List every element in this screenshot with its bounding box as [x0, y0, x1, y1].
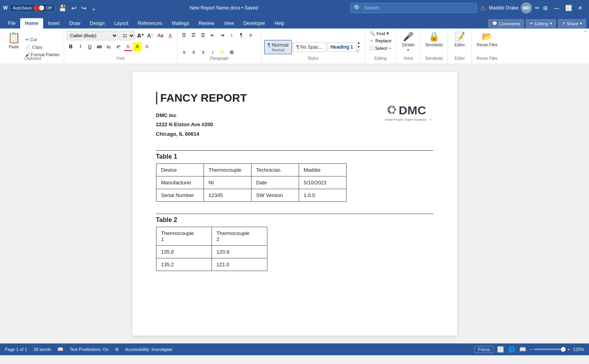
table-cell[interactable]: Serial Number — [156, 189, 204, 202]
strikethrough-button[interactable]: ab — [95, 42, 104, 51]
tab-view[interactable]: View — [219, 18, 239, 28]
table-cell[interactable]: Thermocouple2 — [212, 227, 267, 246]
web-view-button[interactable]: 🌐 — [508, 345, 516, 353]
table-row[interactable]: 135.2 121.0 — [156, 258, 267, 271]
autosave-toggle[interactable]: AutoSave Off — [10, 4, 54, 12]
table-row[interactable]: Thermocouple1 Thermocouple2 — [156, 227, 267, 246]
window-icon[interactable]: ⊞ — [543, 5, 548, 11]
superscript-button[interactable]: x² — [114, 42, 123, 51]
tab-layout[interactable]: Layout — [109, 18, 133, 28]
table-row[interactable]: Device Thermocouple Technician Maddie — [156, 164, 346, 176]
user-avatar[interactable]: MD — [521, 2, 532, 13]
font-grow-button[interactable]: A⁺ — [136, 31, 145, 40]
highlight-button[interactable]: A — [133, 42, 142, 51]
autosave-switch[interactable] — [33, 5, 44, 11]
tab-mailings[interactable]: Mailings — [167, 18, 194, 28]
save-icon[interactable]: 💾 — [57, 4, 68, 13]
font-size-select[interactable]: 22 — [119, 31, 135, 40]
table-cell[interactable]: 135.2 — [156, 258, 212, 271]
tab-developer[interactable]: Developer — [239, 18, 270, 28]
table-cell[interactable]: 135.8 — [156, 246, 212, 258]
numbering-button[interactable]: ☰ — [189, 31, 198, 40]
font-shrink-button[interactable]: A⁻ — [146, 31, 155, 40]
clear-format-button[interactable]: A — [166, 31, 175, 40]
tab-help[interactable]: Help — [270, 18, 289, 28]
maximize-button[interactable]: ⬜ — [563, 2, 574, 13]
zoom-out-icon[interactable]: − — [530, 347, 532, 352]
tab-file[interactable]: File — [3, 18, 20, 28]
dictate-button[interactable]: 🎤 Dictate ▾ — [400, 30, 417, 53]
tab-references[interactable]: References — [133, 18, 167, 28]
text-highlight-button[interactable]: A — [143, 42, 151, 51]
copy-button[interactable]: 📄 Copy — [24, 44, 61, 51]
share-button[interactable]: ↗ Share ▾ — [558, 19, 586, 28]
table2[interactable]: Thermocouple1 Thermocouple2 135.8 120.8 … — [156, 227, 267, 271]
table-row[interactable]: Serial Number 12345 SW Version 1.0.0 — [156, 189, 346, 202]
style-normal[interactable]: ¶ Normal Normal — [264, 40, 292, 54]
cut-button[interactable]: ✂ Cut — [24, 36, 61, 43]
text-predictions[interactable]: Text Predictions: On — [70, 347, 109, 352]
replace-button[interactable]: ↔ Replace — [367, 38, 394, 44]
sensitivity-button[interactable]: 🔒 Sensitivity — [423, 30, 445, 49]
style-no-spacing[interactable]: ¶ No Spac... — [293, 42, 326, 52]
table-cell[interactable]: 5/10/2023 — [299, 176, 346, 189]
bullets-button[interactable]: ☰ — [180, 31, 189, 40]
reuse-files-button[interactable]: 📂 Reuse Files — [474, 30, 500, 49]
find-button[interactable]: 🔍 Find ▾ — [367, 30, 394, 37]
zoom-slider[interactable]: − + — [530, 347, 570, 352]
font-case-button[interactable]: Aa — [156, 31, 165, 40]
table-cell[interactable]: 120.8 — [212, 246, 267, 258]
table-cell[interactable]: Manufacturer — [156, 176, 204, 189]
sort-button[interactable]: ↕ — [227, 31, 236, 40]
table-cell[interactable]: Maddie — [299, 164, 346, 176]
table-cell[interactable]: SW Version — [251, 189, 299, 202]
multilevel-button[interactable]: ☰ — [199, 31, 208, 40]
read-view-button[interactable]: 📖 — [519, 345, 527, 353]
close-button[interactable]: ✕ — [575, 2, 586, 13]
show-marks-button[interactable]: ¶ — [237, 31, 246, 40]
subscript-button[interactable]: x₂ — [105, 42, 113, 51]
tab-home[interactable]: Home — [20, 18, 43, 28]
editing-button[interactable]: ✏ Editing ▾ — [526, 19, 556, 28]
styles-scroll-down[interactable]: ▼ — [356, 45, 360, 49]
undo-icon[interactable]: ↩ — [70, 4, 78, 13]
table1[interactable]: Device Thermocouple Technician Maddie Ma… — [156, 163, 347, 202]
doc-page[interactable]: FANCY REPORT DMC Inc 2222 N Elston Ave #… — [132, 72, 457, 336]
table-cell[interactable]: Date — [251, 176, 299, 189]
font-family-select[interactable]: Calibri (Body) — [67, 31, 118, 40]
decrease-indent-button[interactable]: ⇤ — [208, 31, 217, 40]
table-cell[interactable]: 1.0.0 — [299, 189, 346, 202]
table-cell[interactable]: 121.0 — [212, 258, 267, 271]
underline-button[interactable]: U — [86, 42, 94, 51]
zoom-track[interactable] — [534, 349, 566, 350]
styles-expand[interactable]: ▽ — [356, 49, 360, 53]
italic-button[interactable]: I — [76, 42, 85, 51]
table-cell[interactable]: Device — [156, 164, 204, 176]
accessibility-status[interactable]: Accessibility: Investigate — [125, 347, 172, 352]
address-line1[interactable]: 2222 N Elston Ave #200 — [156, 120, 247, 129]
editor-button[interactable]: 📝 Editor — [452, 30, 468, 49]
comments-button[interactable]: 💬 Comments — [488, 19, 524, 28]
search-bar[interactable]: 🔍 — [350, 3, 477, 13]
table-cell[interactable]: Thermocouple — [204, 164, 251, 176]
report-title[interactable]: FANCY REPORT — [156, 92, 247, 104]
focus-button[interactable]: Focus — [475, 346, 494, 353]
minimize-button[interactable]: — — [551, 2, 562, 13]
table-cell[interactable]: Thermocouple1 — [156, 227, 212, 246]
select-button[interactable]: ⬚ Select ~ — [367, 45, 394, 51]
styles-scroll-up[interactable]: ▲ — [356, 41, 360, 45]
tab-design[interactable]: Design — [85, 18, 109, 28]
proofing-icon[interactable]: 📖 — [57, 347, 63, 352]
zoom-level[interactable]: 120% — [573, 347, 584, 352]
increase-indent-button[interactable]: ⇥ — [218, 31, 227, 40]
table-row[interactable]: 135.8 120.8 — [156, 246, 267, 258]
table-cell[interactable]: Technician — [251, 164, 299, 176]
company-name[interactable]: DMC Inc — [156, 111, 247, 120]
table-cell[interactable]: 12345 — [204, 189, 251, 202]
table-row[interactable]: Manufacturer NI Date 5/10/2023 — [156, 176, 346, 189]
style-heading1[interactable]: Heading 1 — [327, 42, 356, 52]
tab-review[interactable]: Review — [194, 18, 219, 28]
search-input[interactable] — [364, 5, 473, 11]
zoom-in-icon[interactable]: + — [567, 347, 570, 352]
ribbon-collapse-button[interactable]: ⌃ — [583, 30, 587, 36]
